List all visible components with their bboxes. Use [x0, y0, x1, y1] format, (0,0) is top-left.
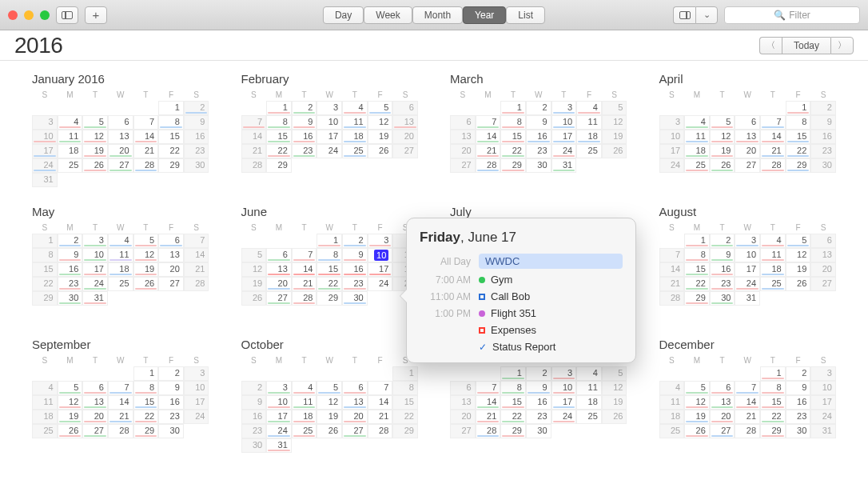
day-cell[interactable]: 15	[158, 130, 184, 144]
day-cell[interactable]: 8	[786, 115, 811, 130]
day-cell[interactable]: 3	[184, 366, 209, 381]
day-cell[interactable]: 2	[58, 234, 83, 248]
day-cell[interactable]: 18	[684, 144, 710, 158]
day-cell[interactable]: 3	[551, 366, 577, 381]
day-cell[interactable]: 30	[526, 424, 551, 438]
day-cell[interactable]: 25	[292, 424, 317, 438]
day-cell[interactable]: 11	[659, 395, 685, 410]
zoom-button[interactable]	[40, 10, 50, 20]
day-cell[interactable]: 24	[317, 144, 342, 158]
day-cell[interactable]: 31	[32, 173, 58, 187]
day-cell[interactable]: 1	[760, 366, 786, 381]
day-cell[interactable]: 4	[342, 101, 368, 115]
day-cell[interactable]: 2	[810, 101, 836, 115]
day-cell[interactable]: 20	[158, 262, 184, 277]
day-cell[interactable]: 29	[317, 291, 342, 306]
day-cell[interactable]: 27	[392, 144, 418, 158]
day-cell[interactable]: 8	[500, 381, 526, 395]
day-cell[interactable]: 1	[684, 234, 710, 248]
day-cell[interactable]: 9	[342, 248, 368, 262]
day-cell[interactable]: 28	[368, 424, 393, 438]
day-cell[interactable]: 16	[184, 130, 209, 144]
day-cell[interactable]: 4	[684, 115, 710, 130]
day-cell[interactable]: 19	[58, 410, 83, 424]
day-cell[interactable]: 25	[659, 424, 685, 438]
day-cell[interactable]: 24	[32, 158, 58, 173]
day-cell[interactable]: 9	[241, 395, 267, 410]
day-cell[interactable]: 10	[551, 115, 577, 130]
day-cell[interactable]: 26	[241, 291, 267, 306]
day-cell[interactable]: 17	[184, 395, 209, 410]
popover-event-row[interactable]: 1:00 PMFlight 351	[420, 307, 623, 319]
day-cell[interactable]: 6	[266, 248, 292, 262]
day-cell[interactable]: 16	[342, 262, 368, 277]
day-cell[interactable]: 4	[760, 234, 786, 248]
day-cell[interactable]: 12	[786, 248, 811, 262]
day-cell[interactable]: 27	[735, 158, 760, 173]
day-cell[interactable]: 25	[684, 158, 710, 173]
day-cell[interactable]: 20	[392, 130, 418, 144]
day-cell[interactable]: 11	[342, 115, 368, 130]
day-cell[interactable]: 5	[317, 381, 342, 395]
day-cell[interactable]: 28	[184, 277, 209, 291]
add-button[interactable]: +	[85, 6, 107, 24]
day-cell[interactable]: 9	[710, 248, 735, 262]
day-cell[interactable]: 10	[32, 130, 58, 144]
day-cell[interactable]: 7	[659, 248, 685, 262]
day-cell[interactable]: 18	[342, 130, 368, 144]
day-cell[interactable]: 16	[241, 410, 267, 424]
day-cell[interactable]: 17	[551, 130, 577, 144]
day-cell[interactable]: 16	[292, 130, 317, 144]
day-cell[interactable]: 7	[735, 381, 760, 395]
day-cell[interactable]: 8	[500, 115, 526, 130]
day-cell[interactable]: 11	[108, 248, 133, 262]
day-cell[interactable]: 27	[450, 424, 476, 438]
day-cell[interactable]: 11	[576, 381, 602, 395]
day-cell[interactable]: 19	[82, 144, 108, 158]
day-cell[interactable]: 15	[266, 130, 292, 144]
day-cell[interactable]: 10	[551, 381, 577, 395]
day-cell[interactable]: 23	[342, 277, 368, 291]
day-cell[interactable]: 7	[760, 115, 786, 130]
day-cell[interactable]: 11	[684, 130, 710, 144]
day-cell[interactable]: 27	[266, 291, 292, 306]
day-cell[interactable]: 14	[241, 130, 267, 144]
day-cell[interactable]: 12	[82, 130, 108, 144]
day-cell[interactable]: 6	[392, 101, 418, 115]
day-cell[interactable]: 4	[576, 101, 602, 115]
day-cell[interactable]: 28	[133, 158, 159, 173]
day-cell[interactable]: 11	[292, 395, 317, 410]
day-cell[interactable]: 24	[551, 144, 577, 158]
day-cell[interactable]: 5	[710, 115, 735, 130]
day-cell[interactable]: 13	[342, 395, 368, 410]
day-cell[interactable]: 1	[266, 101, 292, 115]
day-cell[interactable]: 18	[32, 410, 58, 424]
day-cell[interactable]: 12	[602, 381, 627, 395]
day-cell[interactable]: 7	[108, 381, 133, 395]
day-cell[interactable]: 13	[810, 248, 836, 262]
day-cell[interactable]: 19	[710, 144, 735, 158]
day-cell[interactable]: 19	[602, 130, 627, 144]
day-cell[interactable]: 4	[659, 381, 685, 395]
day-cell[interactable]: 9	[810, 115, 836, 130]
day-cell[interactable]: 7	[292, 248, 317, 262]
day-cell[interactable]: 9	[158, 381, 184, 395]
day-cell[interactable]: 31	[82, 291, 108, 306]
day-cell[interactable]: 3	[735, 234, 760, 248]
day-cell[interactable]: 20	[735, 144, 760, 158]
day-cell[interactable]: 10	[184, 381, 209, 395]
day-cell[interactable]: 3	[810, 366, 836, 381]
day-cell[interactable]: 1	[158, 101, 184, 115]
day-cell[interactable]: 17	[266, 410, 292, 424]
day-cell[interactable]: 20	[450, 410, 476, 424]
day-cell[interactable]: 22	[133, 410, 159, 424]
day-cell[interactable]: 21	[368, 410, 393, 424]
day-cell[interactable]: 3	[317, 101, 342, 115]
day-cell[interactable]: 12	[317, 395, 342, 410]
day-cell[interactable]: 29	[133, 424, 159, 438]
day-cell[interactable]: 13	[266, 262, 292, 277]
day-cell[interactable]: 14	[659, 262, 685, 277]
day-cell[interactable]: 22	[392, 410, 418, 424]
view-year-button[interactable]: Year	[463, 6, 506, 24]
day-cell[interactable]: 10	[735, 248, 760, 262]
